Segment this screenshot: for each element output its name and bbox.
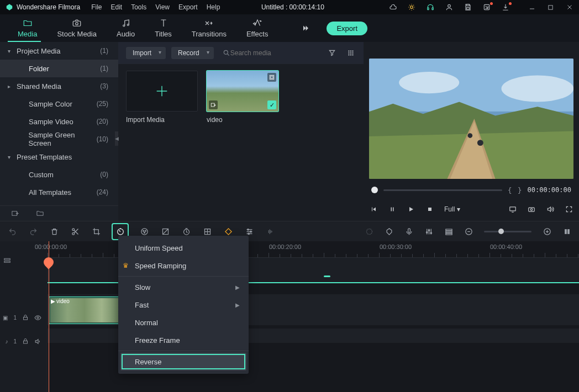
sun-icon[interactable] xyxy=(408,3,415,11)
track-options-icon[interactable] xyxy=(3,257,11,265)
diamond-keyframe-icon[interactable] xyxy=(224,227,233,236)
sidebar-item[interactable]: Folder(1) xyxy=(0,60,118,77)
audio-track-header[interactable]: ♪ 1 xyxy=(0,333,47,349)
svg-point-19 xyxy=(352,52,353,54)
grid-view-icon[interactable] xyxy=(347,49,356,57)
folder-plain-icon[interactable] xyxy=(36,209,44,218)
menu-edit[interactable]: Edit xyxy=(111,3,123,11)
zoom-out-icon[interactable] xyxy=(464,227,473,236)
import-dropdown[interactable]: Import xyxy=(126,47,166,59)
menu-tools[interactable]: Tools xyxy=(131,3,146,11)
new-folder-icon[interactable] xyxy=(11,209,19,218)
tab-stock-media[interactable]: Stock Media xyxy=(47,14,107,42)
headphones-icon[interactable] xyxy=(427,3,434,11)
menu-reverse[interactable]: Reverse xyxy=(120,353,246,370)
tab-effects[interactable]: Effects xyxy=(236,14,278,42)
split-icon[interactable] xyxy=(71,227,80,236)
render-icon[interactable] xyxy=(365,227,373,236)
download-icon[interactable] xyxy=(502,3,509,11)
filter-icon[interactable] xyxy=(328,49,337,57)
progress-thumb[interactable] xyxy=(371,187,378,193)
tab-titles[interactable]: Titles xyxy=(145,14,182,42)
speaker-icon[interactable] xyxy=(34,338,41,345)
crop-icon[interactable] xyxy=(92,227,101,236)
tab-audio[interactable]: Audio xyxy=(107,14,145,42)
menu-export[interactable]: Export xyxy=(178,3,198,11)
search-box[interactable] xyxy=(219,49,318,57)
lock-icon[interactable] xyxy=(22,338,29,345)
record-dropdown[interactable]: Record xyxy=(171,47,214,59)
svg-rect-63 xyxy=(567,229,570,234)
green-screen-icon[interactable] xyxy=(161,227,170,236)
fullscreen-icon[interactable] xyxy=(565,205,573,213)
mic-icon[interactable] xyxy=(404,227,413,236)
transitions-icon xyxy=(204,18,214,28)
sidebar-item[interactable]: Custom(0) xyxy=(0,166,118,183)
video-clip[interactable]: ▶ video xyxy=(49,296,120,324)
media-clip-video[interactable]: ✓ video xyxy=(207,71,278,124)
preview-canvas[interactable] xyxy=(369,59,573,179)
out-mark[interactable] xyxy=(324,276,330,277)
minimize-icon[interactable] xyxy=(528,3,536,11)
user-icon[interactable] xyxy=(445,3,453,11)
menu-help[interactable]: Help xyxy=(207,3,220,11)
import-media-tile[interactable]: Import Media xyxy=(126,71,198,124)
zoom-in-icon[interactable] xyxy=(543,227,551,236)
mixer-icon[interactable] xyxy=(424,227,433,236)
menu-freeze-frame[interactable]: Freeze Frame xyxy=(118,331,249,349)
menu-speed-ramping[interactable]: ♛Speed Ramping xyxy=(118,257,249,274)
menu-view[interactable]: View xyxy=(155,3,170,11)
play-icon[interactable] xyxy=(388,205,397,213)
tab-transitions[interactable]: Transitions xyxy=(182,14,236,42)
maximize-icon[interactable] xyxy=(547,3,555,11)
sidebar-item[interactable]: ▾Preset Templates xyxy=(0,148,118,166)
save-icon[interactable] xyxy=(464,3,472,11)
play-solid-icon[interactable] xyxy=(407,205,415,213)
menu-uniform-speed[interactable]: Uniform Speed xyxy=(118,239,249,257)
zoom-dropdown[interactable]: Full ▾ xyxy=(444,205,460,213)
sidebar-item[interactable]: All Templates(24) xyxy=(0,183,118,201)
prev-frame-icon[interactable] xyxy=(369,205,378,213)
menu-fast[interactable]: Fast▶ xyxy=(118,296,249,314)
sidebar-item[interactable]: ▸Shared Media(3) xyxy=(0,77,118,95)
sidebar-item[interactable]: Sample Video(20) xyxy=(0,113,118,130)
menu-file[interactable]: File xyxy=(91,3,102,11)
color-icon[interactable] xyxy=(140,227,149,236)
cloud-icon[interactable] xyxy=(389,3,397,11)
volume-icon[interactable] xyxy=(546,205,555,213)
export-button[interactable]: Export xyxy=(327,22,367,35)
add-to-timeline-icon[interactable] xyxy=(209,100,218,109)
menu-normal[interactable]: Normal xyxy=(118,314,249,331)
close-icon[interactable] xyxy=(566,3,573,11)
notification-icon[interactable] xyxy=(483,3,491,11)
progress-track[interactable] xyxy=(383,189,502,191)
lock-icon[interactable] xyxy=(22,314,29,321)
waveform-icon[interactable] xyxy=(266,227,275,236)
zoom-fit-icon[interactable] xyxy=(562,227,571,236)
eye-icon[interactable] xyxy=(34,314,41,321)
stop-icon[interactable] xyxy=(425,205,434,213)
delete-icon[interactable] xyxy=(50,227,59,236)
video-track-header[interactable]: ▣ 1 xyxy=(0,302,47,333)
zoom-slider[interactable] xyxy=(484,231,531,232)
menu-slow[interactable]: Slow▶ xyxy=(118,278,249,296)
preview-frame xyxy=(369,59,573,179)
tabs-more-icon[interactable] xyxy=(300,23,310,33)
sidebar-item[interactable]: Sample Green Screen(10) xyxy=(0,130,118,148)
duration-icon[interactable] xyxy=(182,227,191,236)
panel-divider[interactable]: ◀ xyxy=(115,131,118,146)
undo-icon[interactable] xyxy=(8,227,17,236)
tab-media[interactable]: Media xyxy=(8,14,47,42)
redo-icon[interactable] xyxy=(29,227,38,236)
adjust-icon[interactable] xyxy=(245,227,254,236)
display-icon[interactable] xyxy=(508,205,517,213)
sidebar-item[interactable]: Sample Color(25) xyxy=(0,95,118,113)
keyframe-icon[interactable] xyxy=(203,227,212,236)
marker-icon[interactable] xyxy=(385,227,393,236)
snapshot-icon[interactable] xyxy=(527,205,536,213)
sidebar-item[interactable]: ▾Project Media(1) xyxy=(0,42,118,60)
track-manager-icon[interactable] xyxy=(444,227,453,236)
search-input[interactable] xyxy=(230,49,308,57)
tab-label: Audio xyxy=(117,30,135,38)
playhead[interactable] xyxy=(49,241,49,392)
